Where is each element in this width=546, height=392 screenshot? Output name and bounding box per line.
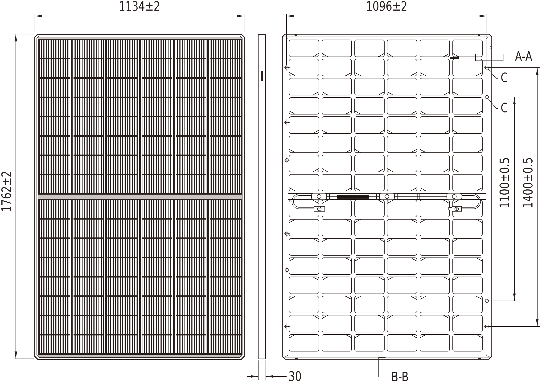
detail-c-leader <box>488 98 498 109</box>
mounting-hole <box>284 267 290 273</box>
frame-tab <box>478 358 481 359</box>
right-cable-loop <box>461 194 481 209</box>
section-cut-mark <box>450 57 459 59</box>
front-view-frame <box>35 34 244 359</box>
dim-label-front-height: 1762±2 <box>0 171 13 212</box>
frame-tab <box>478 34 480 36</box>
junction-box-assembly <box>292 193 481 212</box>
frame-detail <box>282 49 283 51</box>
detail-c-leader <box>488 69 498 79</box>
section-label-bb: B-B <box>391 370 409 383</box>
frame-tab <box>295 358 298 359</box>
detail-label-c: C <box>501 101 508 114</box>
side-junction-box-mark <box>261 71 263 81</box>
dim-label-front-width: 1134±2 <box>119 0 160 13</box>
detail-label-c: C <box>501 71 508 84</box>
cable-end-connector <box>449 206 462 211</box>
section-aa-bracket <box>475 54 503 61</box>
dim-label-holes-1100: 1100±0.5 <box>498 157 511 208</box>
dim-label-thickness: 30 <box>288 370 302 383</box>
section-markers <box>379 54 503 377</box>
dim-label-holes-1400: 1400±0.5 <box>521 157 534 208</box>
mounting-hole <box>284 323 290 330</box>
left-cable-loop <box>292 194 314 209</box>
dim-label-back-width: 1096±2 <box>366 0 407 13</box>
mounting-hole <box>284 119 290 126</box>
mounting-hole <box>284 157 290 163</box>
section-label-aa: A-A <box>515 50 532 63</box>
section-bb-leader <box>379 357 387 377</box>
junction-box <box>337 195 369 199</box>
drawing-linework <box>0 0 546 392</box>
cable-end-connector <box>314 206 325 211</box>
side-view <box>258 35 266 359</box>
frame-tab <box>295 34 297 36</box>
mounting-hole <box>284 231 290 237</box>
solar-module-technical-drawing: 1134±2 1762±2 1096±2 1100±0.5 1400±0.5 3… <box>0 0 546 392</box>
